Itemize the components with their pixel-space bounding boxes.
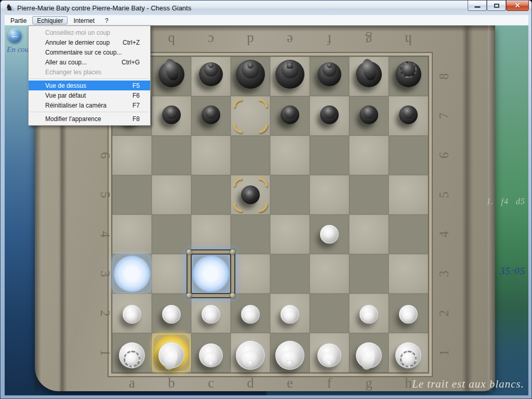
square-e6[interactable] bbox=[270, 136, 310, 175]
piece-black-pawn-c7[interactable] bbox=[191, 96, 231, 136]
menu-item-echanger-les-places: Echanger les places bbox=[29, 67, 150, 77]
square-e5[interactable] bbox=[270, 175, 310, 215]
square-d7[interactable] bbox=[231, 96, 270, 136]
piece-black-bishop-f8[interactable] bbox=[310, 57, 349, 96]
file-label-bottom-b: b bbox=[168, 375, 175, 391]
piece-white-knight-b1[interactable] bbox=[152, 333, 191, 373]
square-d3[interactable] bbox=[231, 254, 270, 294]
square-f5[interactable] bbox=[310, 175, 349, 215]
square-d4[interactable] bbox=[231, 215, 270, 254]
piece-white-bishop-f1[interactable] bbox=[310, 333, 349, 373]
piece-black-bishop-c8[interactable] bbox=[191, 57, 231, 96]
menubar-item-echiquier[interactable]: Echiquier bbox=[32, 16, 68, 24]
menu-item-shortcut: F7 bbox=[126, 102, 140, 109]
piece-black-pawn-h7[interactable] bbox=[389, 96, 428, 136]
rank-label-left-2: 2 bbox=[98, 310, 112, 317]
square-c4[interactable] bbox=[191, 215, 231, 254]
king-tip bbox=[287, 62, 293, 69]
table-edge-right bbox=[488, 25, 495, 391]
piece-black-pawn-g7[interactable] bbox=[349, 96, 389, 136]
piece-black-king-e8[interactable] bbox=[270, 57, 310, 96]
square-b3[interactable] bbox=[152, 254, 191, 294]
square-h4[interactable] bbox=[389, 215, 428, 254]
square-e4[interactable] bbox=[270, 215, 310, 254]
square-a6[interactable] bbox=[112, 136, 152, 175]
minimize-button[interactable] bbox=[468, 1, 487, 11]
piece-white-knight-g1[interactable] bbox=[349, 333, 389, 373]
piece-white-king-e1[interactable] bbox=[270, 333, 310, 373]
menu-item-label: Aller au coup... bbox=[45, 59, 87, 66]
piece-black-knight-g8[interactable] bbox=[349, 57, 389, 96]
titlebar[interactable]: ♞♘ Pierre-Marie Baty contre Pierre-Marie… bbox=[1, 1, 531, 15]
piece-white-pawn-b2[interactable] bbox=[152, 294, 191, 333]
menu-item-modifier-l-apparence[interactable]: Modifier l'apparenceF8 bbox=[29, 114, 150, 124]
pawn-knob bbox=[284, 311, 296, 323]
square-f2[interactable] bbox=[310, 294, 349, 333]
piece-black-pawn-f7[interactable] bbox=[310, 96, 349, 136]
piece-white-pawn-a2[interactable] bbox=[112, 294, 152, 333]
menu-item-label: Modifier l'apparence bbox=[45, 115, 101, 123]
square-b5[interactable] bbox=[152, 175, 191, 215]
square-b6[interactable] bbox=[152, 136, 191, 175]
menu-item-label: Commentaire sur ce coup... bbox=[45, 49, 122, 56]
rank-label-left-3: 3 bbox=[98, 271, 112, 277]
piece-black-queen-d8[interactable] bbox=[231, 57, 270, 96]
piece-white-rook-a1[interactable] bbox=[112, 333, 152, 373]
close-button[interactable]: ✕ bbox=[506, 1, 529, 11]
square-g5[interactable] bbox=[349, 175, 389, 215]
menu-item-aller-au-coup[interactable]: Aller au coup...Ctrl+G bbox=[29, 57, 150, 67]
piece-white-queen-d1[interactable] bbox=[231, 333, 270, 373]
menubar-item-partie[interactable]: Partie bbox=[6, 16, 31, 24]
back-button[interactable]: ← bbox=[8, 29, 22, 43]
square-g3[interactable] bbox=[349, 254, 389, 294]
piece-white-pawn-d2[interactable] bbox=[231, 294, 270, 333]
turn-status-text: Le trait est aux blancs. bbox=[412, 378, 524, 391]
square-h3[interactable] bbox=[389, 254, 428, 294]
menu-item-annuler-le-dernier-coup[interactable]: Annuler le dernier coupCtrl+Z bbox=[29, 37, 150, 47]
piece-black-pawn-b7[interactable] bbox=[152, 96, 191, 136]
square-e3[interactable] bbox=[270, 254, 310, 294]
square-c3[interactable] bbox=[191, 254, 231, 294]
square-a5[interactable] bbox=[112, 175, 152, 215]
pawn-knob bbox=[324, 229, 336, 241]
minimize-icon bbox=[474, 6, 480, 8]
piece-white-pawn-e2[interactable] bbox=[270, 294, 310, 333]
piece-white-pawn-h2[interactable] bbox=[389, 294, 428, 333]
piece-black-knight-b8[interactable] bbox=[152, 57, 191, 96]
hover-frame-corner bbox=[230, 249, 235, 255]
rank-label-right-1: 1 bbox=[437, 350, 451, 356]
menubar-item-internet[interactable]: Internet bbox=[69, 16, 99, 24]
menu-item-reinitialiser-la-camera[interactable]: Réinitialiser la caméraF7 bbox=[29, 100, 150, 110]
maximize-button[interactable] bbox=[487, 1, 506, 11]
piece-white-pawn-f4[interactable] bbox=[310, 215, 349, 254]
piece-black-pawn-e7[interactable] bbox=[270, 96, 310, 136]
piece-black-rook-h8[interactable] bbox=[389, 57, 428, 96]
menubar-item-[interactable]: ? bbox=[100, 16, 113, 24]
piece-white-rook-h1[interactable] bbox=[389, 333, 428, 373]
square-a4[interactable] bbox=[112, 215, 152, 254]
square-c6[interactable] bbox=[191, 136, 231, 175]
menu-item-vue-par-defaut[interactable]: Vue par défautF6 bbox=[29, 90, 150, 100]
file-label-bottom-e: e bbox=[287, 375, 293, 391]
square-c5[interactable] bbox=[191, 175, 231, 215]
square-f6[interactable] bbox=[310, 136, 349, 175]
square-h5[interactable] bbox=[389, 175, 428, 215]
pawn-knob bbox=[166, 311, 178, 323]
square-d6[interactable] bbox=[231, 136, 270, 175]
square-h6[interactable] bbox=[389, 136, 428, 175]
file-label-bottom-h: h bbox=[405, 375, 412, 391]
square-g4[interactable] bbox=[349, 215, 389, 254]
menu-item-commentaire-sur-ce-coup[interactable]: Commentaire sur ce coup... bbox=[29, 47, 150, 57]
piece-white-pawn-c2[interactable] bbox=[191, 294, 231, 333]
square-g6[interactable] bbox=[349, 136, 389, 175]
square-b4[interactable] bbox=[152, 215, 191, 254]
caption-buttons: ✕ bbox=[468, 1, 529, 11]
menu-item-vue-de-dessus[interactable]: Vue de dessusF5 bbox=[29, 81, 150, 90]
pawn-knob bbox=[403, 311, 415, 323]
square-f3[interactable] bbox=[310, 254, 349, 294]
piece-white-bishop-c1[interactable] bbox=[191, 333, 231, 373]
piece-white-pawn-g2[interactable] bbox=[349, 294, 389, 333]
close-icon: ✕ bbox=[515, 2, 521, 9]
pawn-knob bbox=[245, 189, 257, 201]
square-a3[interactable] bbox=[112, 254, 152, 294]
